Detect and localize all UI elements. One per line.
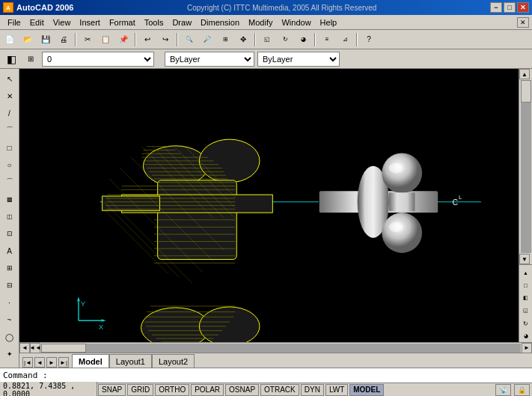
layer-state-btn[interactable]: ⊞ — [22, 51, 39, 67]
save-btn[interactable]: 💾 — [37, 31, 54, 48]
menu-window[interactable]: Window — [277, 16, 315, 28]
tab-bar: |◄ ◄ ► ►| Model Layout1 Layout2 — [19, 353, 532, 368]
undo-btn[interactable]: ↩ — [139, 31, 156, 48]
line-btn[interactable]: / — [1, 105, 18, 121]
zoom-window-btn[interactable]: 🔍 — [181, 31, 198, 48]
menu-draw[interactable]: Draw — [168, 16, 196, 28]
shade-mode[interactable]: ◕ — [520, 330, 532, 342]
scroll-left-btn[interactable]: ◄ — [19, 343, 30, 353]
menu-format[interactable]: Format — [105, 16, 140, 28]
app-icon: A — [3, 2, 13, 13]
view-cube-front[interactable]: □ — [520, 279, 532, 291]
select-btn[interactable]: ↖ — [1, 70, 18, 87]
snap-btn[interactable]: SNAP — [98, 384, 126, 396]
layer-dropdown[interactable]: 0 — [42, 52, 154, 67]
svg-text:X: X — [99, 323, 104, 331]
erase-btn[interactable]: ✕ — [1, 88, 18, 104]
redo-btn[interactable]: ↪ — [157, 31, 174, 48]
zoom-prev-btn[interactable]: 🔎 — [199, 31, 215, 48]
sep2 — [135, 33, 136, 46]
polar-btn[interactable]: POLAR — [191, 384, 224, 396]
tab-model[interactable]: Model — [72, 354, 109, 368]
insert-btn[interactable]: ⊟ — [1, 277, 18, 293]
orbit-tool[interactable]: ↻ — [520, 317, 532, 329]
properties-btn[interactable]: ≡ — [319, 31, 335, 48]
scroll-down-btn[interactable]: ▼ — [519, 254, 530, 264]
cut-btn[interactable]: ✂ — [79, 31, 96, 48]
minimize-button[interactable]: − — [490, 2, 502, 13]
menu-edit[interactable]: Edit — [25, 16, 49, 28]
command-area: Command : — [0, 368, 532, 383]
tab-first-btn[interactable]: |◄ — [22, 357, 33, 368]
otrack-btn[interactable]: OTRACK — [260, 384, 299, 396]
grid-btn[interactable]: GRID — [127, 384, 153, 396]
matchprop-btn[interactable]: ⊿ — [337, 31, 353, 48]
model-btn[interactable]: MODEL — [349, 384, 384, 396]
window-controls: − □ ✕ — [490, 2, 529, 13]
shade-btn[interactable]: ◕ — [295, 31, 311, 48]
osnap-btn[interactable]: OSNAP — [225, 384, 259, 396]
circle-btn[interactable]: ○ — [1, 156, 18, 173]
tab-layout2[interactable]: Layout2 — [152, 354, 195, 368]
dyn-btn[interactable]: DYN — [301, 384, 324, 396]
h-scroll-track[interactable] — [41, 344, 521, 353]
menu-view[interactable]: View — [49, 16, 76, 28]
new-btn[interactable]: 📄 — [1, 31, 18, 48]
comm-center-btn[interactable]: 📡 — [495, 384, 511, 396]
paste-btn[interactable]: 📌 — [115, 31, 132, 48]
v-scroll-track[interactable] — [521, 80, 531, 253]
hatch-btn[interactable]: ▩ — [1, 191, 18, 207]
view-cube-iso[interactable]: ◱ — [520, 305, 532, 317]
orbit-btn[interactable]: ↻ — [277, 31, 293, 48]
svg-point-62 — [382, 213, 422, 253]
tab-last-btn[interactable]: ►| — [58, 357, 69, 368]
canvas-svg: C L Y X — [19, 69, 519, 342]
command-input[interactable] — [48, 371, 529, 380]
menu-modify[interactable]: Modify — [244, 16, 277, 28]
lock-btn[interactable]: 🔒 — [514, 384, 530, 396]
menu-help[interactable]: Help — [316, 16, 342, 28]
text-btn[interactable]: A — [1, 243, 18, 259]
block-btn[interactable]: ⊞ — [1, 260, 18, 276]
scroll-up-btn[interactable]: ▲ — [519, 69, 530, 79]
maximize-button[interactable]: □ — [504, 2, 516, 13]
3dview-btn[interactable]: ◱ — [259, 31, 275, 48]
lwt-btn[interactable]: LWT — [325, 384, 348, 396]
ortho-btn[interactable]: ORTHO — [155, 384, 189, 396]
zoom-extent-btn[interactable]: ⊞ — [217, 31, 233, 48]
help-btn[interactable]: ? — [361, 31, 377, 48]
gradient-btn[interactable]: ◫ — [1, 208, 18, 225]
pan-btn[interactable]: ✥ — [235, 31, 251, 48]
view-cube-top[interactable]: ▲ — [520, 266, 532, 278]
tab-next-btn[interactable]: ► — [46, 357, 57, 368]
region-btn[interactable]: ⊡ — [1, 225, 18, 242]
inner-close-btn[interactable]: ✕ — [517, 17, 529, 28]
color-dropdown[interactable]: ByLayer — [165, 52, 254, 67]
menu-file[interactable]: File — [3, 16, 25, 28]
tab-layout1[interactable]: Layout1 — [109, 354, 152, 368]
point-btn[interactable]: · — [1, 294, 18, 311]
rectangle-btn[interactable]: □ — [1, 139, 18, 156]
copy-btn[interactable]: 📋 — [97, 31, 114, 48]
layer-manager-btn[interactable]: ◧ — [3, 51, 19, 67]
view-cube-side[interactable]: ◧ — [520, 292, 532, 304]
scroll-prev-left-btn[interactable]: ◄◄ — [30, 343, 40, 353]
arc-btn[interactable]: ⌒ — [1, 174, 18, 190]
spline-btn[interactable]: ~ — [1, 311, 18, 328]
menu-insert[interactable]: Insert — [75, 16, 105, 28]
menu-tools[interactable]: Tools — [140, 16, 168, 28]
drawing-canvas[interactable]: C L Y X — [19, 69, 519, 342]
polyline-btn[interactable]: ⌒ — [1, 122, 18, 138]
open-btn[interactable]: 📂 — [19, 31, 36, 48]
copyright-text: Copyright (C) ITTC Multimedia, 2005 All … — [187, 4, 376, 12]
close-button[interactable]: ✕ — [517, 2, 529, 13]
tab-prev-btn[interactable]: ◄ — [34, 357, 45, 368]
menu-bar-right: ✕ — [517, 17, 529, 28]
ellipse-btn[interactable]: ◯ — [1, 329, 18, 345]
print-btn[interactable]: 🖨 — [55, 31, 72, 48]
title-bar: A AutoCAD 2006 Copyright (C) ITTC Multim… — [0, 0, 532, 15]
scroll-right-btn[interactable]: ► — [522, 343, 532, 353]
linetype-dropdown[interactable]: ByLayer — [257, 52, 340, 67]
move-btn[interactable]: ✦ — [1, 346, 18, 362]
menu-dimension[interactable]: Dimension — [196, 16, 244, 28]
